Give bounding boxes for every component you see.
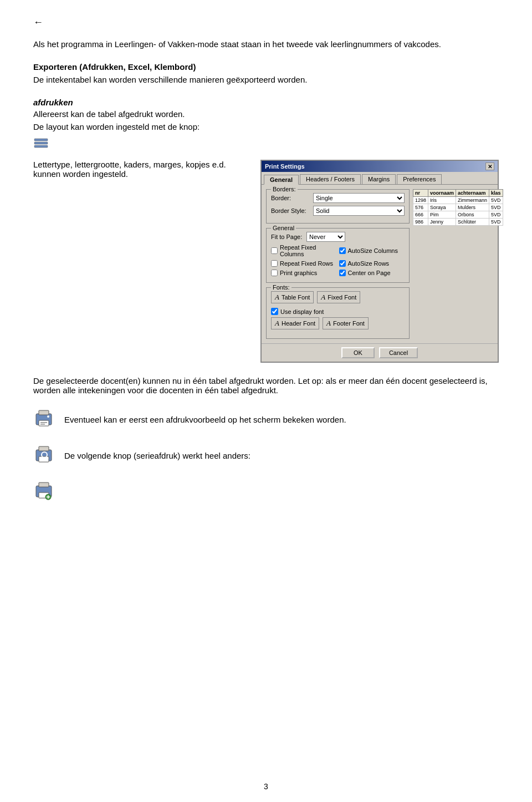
table-font-label: Table Font — [282, 294, 310, 301]
use-display-font-checkbox[interactable] — [271, 308, 278, 315]
svg-rect-6 — [40, 422, 47, 423]
section4: De geselecteerde docent(en) kunnen nu in… — [33, 376, 499, 395]
use-display-font-label: Use display font — [280, 308, 324, 315]
svg-rect-7 — [40, 424, 45, 425]
back-arrow-icon[interactable]: ← — [33, 17, 499, 28]
dialog-footer: OK Cancel — [262, 343, 498, 362]
series-print-section — [33, 480, 499, 503]
border-row: Border: Single — [271, 193, 405, 203]
section1-text: Als het programma in Leerlingen- of Vakk… — [33, 39, 499, 49]
section3-text2: De layout kan worden ingesteld met de kn… — [33, 122, 499, 131]
dialog-close-button[interactable]: ✕ — [485, 163, 494, 170]
borders-label: Borders: — [271, 186, 298, 192]
checkbox-autosize-columns: AutoSize Columns — [339, 244, 405, 257]
checkbox-print-graphics-input[interactable] — [271, 270, 278, 276]
checkbox-autosize-rows-input[interactable] — [339, 260, 346, 267]
dialog-title: Print Settings — [265, 163, 305, 170]
border-style-select[interactable]: Solid — [313, 206, 405, 216]
font-row-1: A Table Font A Fixed Font — [271, 291, 405, 306]
font-row-2: A Header Font A Footer Font — [271, 317, 405, 332]
table-row: 576SorayaMulders5VD — [413, 204, 503, 211]
section3-left: Lettertype, lettergrootte, kaders, marge… — [33, 160, 244, 179]
footer-font-label: Footer Font — [333, 320, 365, 327]
mini-table-preview: nr voornaam achternaam klas 1298IrisZimm… — [413, 189, 493, 339]
dialog-tabs: General Headers / Footers Margins Prefer… — [262, 172, 498, 185]
use-display-font-row: Use display font — [271, 308, 405, 315]
header-font-button[interactable]: A Header Font — [271, 317, 319, 329]
checkbox-print-graphics-label: Print graphics — [280, 270, 317, 276]
print-settings-dialog: Print Settings ✕ General Headers / Foote… — [260, 160, 499, 363]
table-row: 1298IrisZimmermann5VD — [413, 197, 503, 204]
svg-rect-5 — [39, 420, 49, 426]
dialog-titlebar: Print Settings ✕ — [262, 161, 498, 172]
col-achternaam: achternaam — [456, 190, 489, 197]
svg-rect-0 — [34, 139, 48, 141]
section1: Als het programma in Leerlingen- of Vakk… — [33, 39, 499, 49]
checkbox-repeat-fixed-rows: Repeat Fixed Rows — [271, 260, 337, 267]
print-preview-icon[interactable] — [33, 408, 54, 431]
section3: afdrukken Allereerst kan de tabel afgedr… — [33, 98, 499, 363]
table-font-icon: A — [275, 293, 279, 302]
fonts-label: Fonts: — [271, 284, 291, 291]
svg-rect-4 — [39, 410, 49, 415]
cancel-button[interactable]: Cancel — [379, 347, 418, 358]
borders-group: Borders: Border: Single Border Style: So… — [266, 189, 410, 224]
tab-preferences[interactable]: Preferences — [397, 174, 442, 184]
header-font-icon: A — [275, 319, 279, 328]
fit-to-page-select[interactable]: Never — [306, 232, 345, 242]
checkbox-autosize-columns-input[interactable] — [339, 247, 346, 254]
table-font-button[interactable]: A Table Font — [271, 291, 314, 303]
ok-button[interactable]: OK — [341, 347, 375, 358]
section6-text: De volgende knop (serieafdruk) werkt hee… — [64, 451, 250, 460]
svg-rect-10 — [39, 446, 49, 451]
section2-text: De intekentabel kan worden verschillende… — [33, 75, 499, 84]
header-font-label: Header Font — [282, 320, 315, 327]
magnify-icon[interactable] — [33, 444, 54, 467]
fit-to-page-label: Fit to Page: — [271, 234, 304, 240]
border-label: Border: — [271, 195, 310, 201]
general-group: General Fit to Page: Never Repeat Fixed … — [266, 228, 410, 283]
checkbox-autosize-columns-label: AutoSize Columns — [348, 247, 398, 254]
col-klas: klas — [489, 190, 503, 197]
series-print-icon[interactable] — [33, 480, 54, 503]
checkbox-repeat-fixed-rows-input[interactable] — [271, 260, 278, 267]
section2-title: Exporteren (Afdrukken, Excel, Klembord) — [33, 62, 499, 72]
footer-font-icon: A — [326, 319, 331, 328]
fixed-font-button[interactable]: A Fixed Font — [317, 291, 360, 303]
section5-container: Eventueel kan er eerst een afdrukvoorbee… — [33, 408, 499, 431]
dialog-left-panel: Borders: Border: Single Border Style: So… — [266, 189, 410, 339]
fit-to-page-row: Fit to Page: Never — [271, 232, 405, 242]
checkbox-repeat-fixed-rows-label: Repeat Fixed Rows — [280, 260, 333, 267]
border-style-label: Border Style: — [271, 207, 310, 214]
tab-margins[interactable]: Margins — [362, 174, 396, 184]
checkbox-center-on-page-input[interactable] — [339, 270, 346, 276]
page-number: 3 — [0, 782, 532, 791]
checkbox-autosize-rows-label: AutoSize Rows — [348, 260, 390, 267]
fixed-font-label: Fixed Font — [328, 294, 356, 301]
tab-headers-footers[interactable]: Headers / Footers — [300, 174, 361, 184]
section6-container: De volgende knop (serieafdruk) werkt hee… — [33, 444, 499, 467]
tab-general[interactable]: General — [264, 175, 299, 185]
fixed-font-icon: A — [321, 293, 325, 302]
section4-text: De geselecteerde docent(en) kunnen nu in… — [33, 376, 499, 395]
checkbox-autosize-rows: AutoSize Rows — [339, 260, 405, 267]
checkboxes-group: Repeat Fixed Columns AutoSize Columns Re… — [271, 244, 405, 278]
border-style-row: Border Style: Solid — [271, 206, 405, 216]
svg-rect-2 — [34, 145, 48, 148]
border-select[interactable]: Single — [313, 193, 405, 203]
svg-point-8 — [47, 415, 49, 418]
svg-rect-15 — [39, 483, 49, 487]
table-row: 666PimOrbons5VD — [413, 211, 503, 219]
section3-italic-title: afdrukken — [33, 98, 499, 107]
col-voornaam: voornaam — [428, 190, 456, 197]
footer-font-button[interactable]: A Footer Font — [323, 317, 369, 329]
section3-text3: Lettertype, lettergrootte, kaders, marge… — [33, 160, 244, 179]
checkbox-center-on-page-label: Center on Page — [348, 270, 391, 276]
section5-text: Eventueel kan er eerst een afdrukvoorbee… — [64, 415, 346, 424]
section2: Exporteren (Afdrukken, Excel, Klembord) … — [33, 62, 499, 84]
layout-settings-icon[interactable] — [33, 137, 49, 153]
fonts-group: Fonts: A Table Font A Fixed Font — [266, 287, 410, 339]
checkbox-repeat-fixed-columns-input[interactable] — [271, 247, 278, 254]
preview-table: nr voornaam achternaam klas 1298IrisZimm… — [413, 189, 503, 226]
dialog-body: Borders: Border: Single Border Style: So… — [262, 185, 498, 343]
